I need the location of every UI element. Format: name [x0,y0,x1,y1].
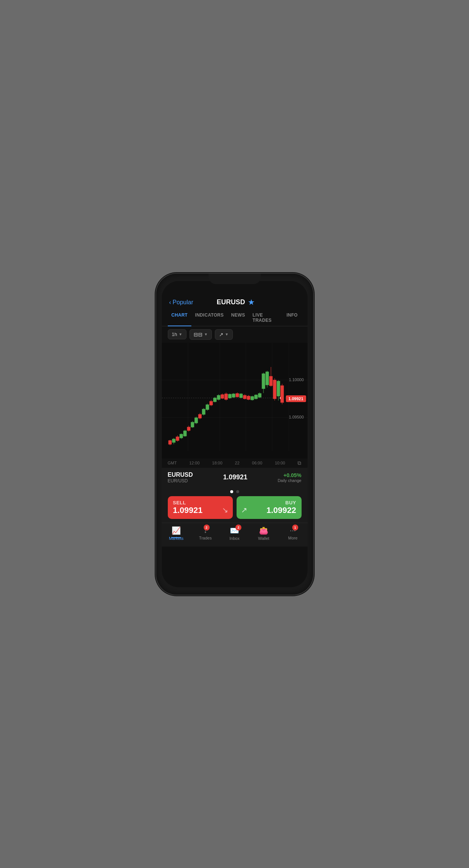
info-symbol-section: EURUSD EUR/USD [168,472,193,483]
inbox-icon: ✉️ 2 [230,526,239,535]
svg-rect-38 [221,395,224,398]
current-price-tag: 1.09921 [286,395,306,402]
svg-rect-28 [202,409,205,414]
more-label: More [288,536,297,540]
chart-canvas[interactable]: 1.10000 1.09500 1.09921 [162,343,308,458]
bottom-navigation: 📈 Markets ↕️ 2 Trades ✉️ 2 Inbox [162,523,308,547]
time-1000: 10:00 [275,461,285,465]
time-1800: 18:00 [212,461,223,465]
pagination-dots [162,487,308,496]
trades-label: Trades [199,536,212,540]
svg-rect-10 [169,441,172,444]
buy-button[interactable]: BUY 1.09922 ↗ [237,496,302,519]
svg-rect-62 [266,372,269,385]
chart-type-selector[interactable]: ⊟⊟ ▼ [189,329,212,340]
chevron-left-icon: ‹ [169,299,171,306]
dot-1 [230,490,233,493]
back-button[interactable]: ‹ Popular [169,299,193,306]
timeframe-selector[interactable]: 1h ▼ [168,329,186,339]
svg-text:1.09500: 1.09500 [289,415,304,419]
svg-rect-52 [247,396,250,399]
svg-rect-32 [210,401,213,405]
svg-rect-12 [172,439,175,442]
nav-markets[interactable]: 📈 Markets [165,526,188,541]
svg-rect-56 [254,395,257,399]
time-22: 22 [235,461,240,465]
svg-rect-26 [198,414,201,418]
svg-rect-24 [195,418,198,423]
chart-controls: 1h ▼ ⊟⊟ ▼ ↗ ▼ [162,326,308,343]
svg-rect-40 [225,394,228,399]
inbox-badge: 2 [235,525,241,531]
info-daily-change: +0.05% [278,472,302,478]
svg-rect-30 [206,405,209,410]
info-sub-symbol: EUR/USD [168,478,193,483]
phone-frame: ‹ Popular EURUSD ★ CHART INDICATORS NEWS… [156,274,313,595]
chevron-down-icon: ▼ [204,332,208,336]
svg-rect-70 [281,386,284,402]
time-axis: GMT 12:00 18:00 22 06:00 10:00 ⧉ [162,458,308,468]
sell-label: SELL [173,500,186,505]
copy-icon[interactable]: ⧉ [297,460,301,466]
draw-icon: ↗ [219,332,223,337]
svg-rect-16 [180,434,183,438]
favorite-star-icon[interactable]: ★ [248,298,254,307]
wallet-label: Wallet [258,536,269,541]
svg-rect-22 [191,422,194,427]
info-panel: EURUSD EUR/USD 1.09921 +0.05% Daily chan… [162,468,308,487]
gmt-label: GMT [168,461,177,465]
info-price-section: 1.09921 [223,473,247,481]
candlestick-icon: ⊟⊟ [194,332,203,337]
dot-2 [236,490,239,493]
chevron-down-icon: ▼ [225,332,229,336]
svg-rect-66 [273,380,276,399]
tabs-bar: CHART INDICATORS NEWS LIVE TRADES INFO [162,309,308,326]
markets-label: Markets [169,536,183,541]
sell-button[interactable]: SELL 1.09921 ↘ [168,496,233,519]
svg-rect-54 [251,396,254,400]
tab-news[interactable]: NEWS [228,309,249,326]
wallet-icon: 👛 [259,526,268,535]
svg-rect-34 [213,398,216,402]
more-icon: ··· 1 [290,526,296,535]
buy-price: 1.09922 [266,505,296,515]
info-change-section: +0.05% Daily change [278,472,302,483]
tab-chart[interactable]: CHART [168,309,192,326]
draw-tool-selector[interactable]: ↗ ▼ [215,329,233,340]
svg-rect-36 [217,395,220,399]
header: ‹ Popular EURUSD ★ [162,296,308,309]
trade-buttons: SELL 1.09921 ↘ BUY 1.09922 ↗ [162,496,308,523]
svg-rect-68 [277,381,280,396]
trades-icon: ↕️ 2 [204,526,207,535]
nav-wallet[interactable]: 👛 Wallet [253,526,275,541]
svg-rect-42 [228,394,231,398]
trades-badge: 2 [204,525,210,531]
time-0600: 06:00 [252,461,262,465]
symbol-title: EURUSD [217,298,245,306]
nav-inbox[interactable]: ✉️ 2 Inbox [223,526,246,541]
back-label: Popular [173,299,193,306]
nav-trades[interactable]: ↕️ 2 Trades [194,526,217,540]
svg-rect-14 [176,437,179,441]
svg-rect-50 [243,395,246,399]
more-badge: 1 [292,525,298,531]
nav-more[interactable]: ··· 1 More [282,526,304,540]
chevron-down-icon: ▼ [179,332,182,336]
buy-arrow-icon: ↗ [241,505,247,514]
header-title: EURUSD ★ [217,298,254,307]
timeframe-label: 1h [172,332,177,337]
svg-text:1.10000: 1.10000 [289,377,304,382]
time-1200: 12:00 [189,461,200,465]
sell-price: 1.09921 [173,505,203,515]
markets-icon: 📈 [172,526,181,535]
info-symbol: EURUSD [168,472,193,478]
svg-rect-58 [258,393,261,397]
tab-live-trades[interactable]: LIVE TRADES [249,309,283,326]
svg-rect-60 [262,374,265,389]
tab-info[interactable]: INFO [283,309,302,326]
tab-indicators[interactable]: INDICATORS [191,309,228,326]
svg-rect-44 [232,394,235,397]
svg-rect-64 [269,376,272,386]
svg-rect-48 [240,394,243,398]
inbox-label: Inbox [229,536,240,541]
